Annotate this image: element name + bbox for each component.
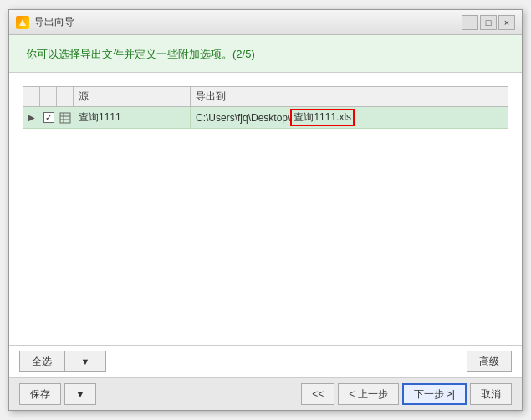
select-all-group: 全选 ▼ — [19, 351, 106, 372]
footer-bar: 保存 ▼ << < 上一步 下一步 >| 取消 — [9, 377, 522, 410]
table-row[interactable]: ▶ ✓ 查询1111 C:\Users\ — [23, 107, 508, 129]
dest-path: C:\Users\fjq\Desktop\ — [196, 112, 290, 124]
svg-rect-1 — [60, 113, 70, 123]
dest-file: 查询1111.xls — [290, 109, 355, 126]
bottom-toolbar: 全选 ▼ 高级 — [9, 345, 522, 377]
header-area: 你可以选择导出文件并定义一些附加选项。(2/5) — [9, 35, 522, 73]
row-table-icon — [57, 107, 74, 128]
row-dest: C:\Users\fjq\Desktop\查询1111.xls — [191, 107, 508, 128]
main-window: 导出向导 − □ × 你可以选择导出文件并定义一些附加选项。(2/5) 源 导出… — [8, 9, 523, 411]
row-expand-button[interactable]: ▶ — [23, 107, 40, 128]
checkbox-icon: ✓ — [43, 112, 54, 123]
nav-prev-button[interactable]: < 上一步 — [338, 383, 398, 405]
dest-content: C:\Users\fjq\Desktop\查询1111.xls — [196, 109, 508, 126]
select-all-button[interactable]: 全选 — [19, 351, 64, 372]
svg-marker-0 — [19, 19, 26, 26]
export-table: 源 导出到 ▶ ✓ — [23, 86, 508, 320]
advanced-button[interactable]: 高级 — [467, 351, 512, 372]
minimize-button[interactable]: − — [462, 15, 478, 30]
title-bar: 导出向导 − □ × — [9, 10, 522, 35]
row-source: 查询1111 — [74, 107, 191, 128]
expand-col-header — [23, 87, 40, 106]
source-col-header: 源 — [74, 87, 191, 106]
table-icon — [59, 112, 71, 124]
save-dropdown[interactable]: ▼ — [64, 383, 96, 405]
save-button[interactable]: 保存 — [19, 383, 61, 405]
dest-col-header: 导出到 — [191, 87, 508, 106]
check-col-header — [40, 87, 57, 106]
row-checkbox[interactable]: ✓ — [40, 107, 57, 128]
restore-button[interactable]: □ — [480, 15, 497, 30]
nav-next-button[interactable]: 下一步 >| — [402, 383, 467, 405]
table-header: 源 导出到 — [23, 87, 508, 107]
icon-col-header — [57, 87, 74, 106]
content-area: 源 导出到 ▶ ✓ — [9, 73, 522, 345]
cancel-button[interactable]: 取消 — [470, 383, 512, 405]
window-icon — [16, 16, 29, 29]
window-controls: − □ × — [462, 15, 515, 30]
nav-pp-button[interactable]: << — [301, 383, 334, 405]
window-title: 导出向导 — [34, 15, 462, 29]
header-text: 你可以选择导出文件并定义一些附加选项。(2/5) — [26, 48, 255, 60]
select-all-dropdown[interactable]: ▼ — [64, 351, 106, 372]
close-button[interactable]: × — [498, 15, 515, 30]
